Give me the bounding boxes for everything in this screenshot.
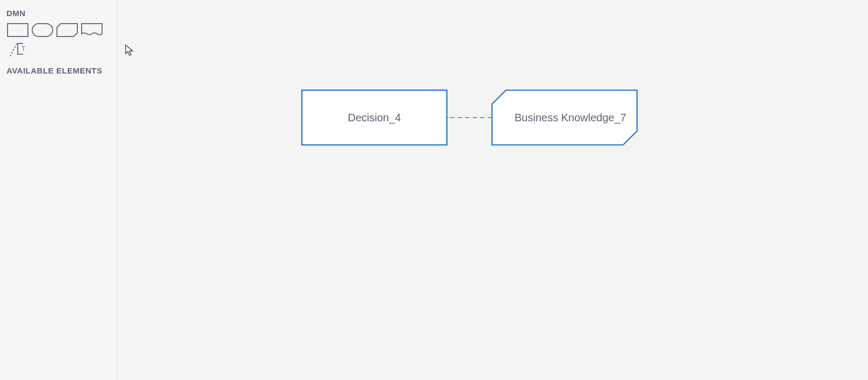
stadium-icon bbox=[32, 23, 53, 37]
wavy-bottom-rect-icon bbox=[81, 23, 103, 37]
svg-text:T: T bbox=[21, 45, 26, 53]
diagram-canvas[interactable]: Decision_4 Business Knowledge_7 bbox=[117, 0, 868, 380]
svg-rect-0 bbox=[8, 24, 28, 36]
input-data-shape-tool[interactable] bbox=[31, 22, 54, 38]
text-annotation-tool[interactable]: T bbox=[6, 40, 29, 56]
sidebar: DMN T AV bbox=[0, 0, 117, 380]
diagram-svg: Decision_4 Business Knowledge_7 bbox=[117, 0, 868, 380]
sidebar-section-available-title: AVAILABLE ELEMENTS bbox=[6, 66, 110, 75]
knowledge-source-shape-tool[interactable] bbox=[81, 22, 103, 38]
text-annotation-icon: T bbox=[7, 40, 28, 56]
rectangle-icon bbox=[7, 23, 28, 37]
svg-rect-1 bbox=[32, 24, 53, 36]
clipped-rect-icon bbox=[56, 23, 78, 37]
svg-line-3 bbox=[10, 43, 17, 56]
node-decision-4[interactable]: Decision_4 bbox=[302, 90, 447, 145]
svg-rect-5 bbox=[302, 90, 447, 145]
svg-marker-6 bbox=[492, 90, 637, 145]
node-business-knowledge-7[interactable]: Business Knowledge_7 bbox=[492, 90, 637, 145]
decision-shape-tool[interactable] bbox=[6, 22, 29, 38]
sidebar-section-dmn-title: DMN bbox=[6, 9, 110, 18]
svg-marker-2 bbox=[57, 24, 77, 36]
business-knowledge-shape-tool[interactable] bbox=[56, 22, 78, 38]
shape-tools-grid: T bbox=[6, 22, 110, 56]
